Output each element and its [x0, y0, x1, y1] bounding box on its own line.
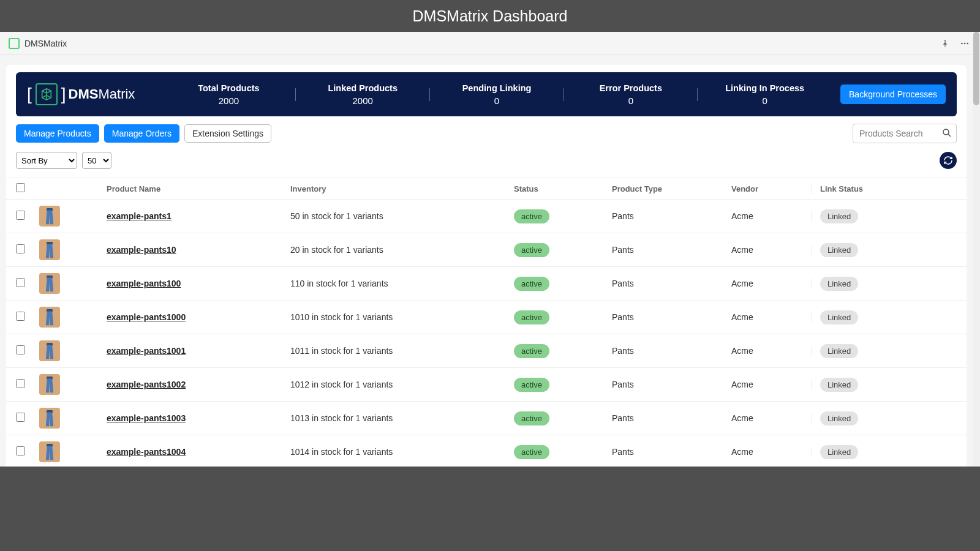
product-thumb [39, 441, 60, 462]
stat-value: 2000 [162, 96, 296, 106]
status-badge: active [514, 209, 549, 223]
title-bar: DMSMatrix Dashboard [0, 0, 980, 32]
stat-label: Linked Products [296, 83, 430, 93]
link-status-badge: Linked [820, 445, 858, 459]
row-checkbox[interactable] [16, 278, 25, 287]
product-thumb [39, 408, 60, 429]
row-checkbox[interactable] [16, 312, 25, 321]
table-row: example-pants10041014 in stock for 1 var… [6, 435, 967, 467]
status-badge: active [514, 243, 549, 257]
stats-banner: [ ] DMSMatrix Total Products2000Linked P… [16, 72, 957, 116]
col-product-name: Product Name [107, 184, 160, 193]
status-badge: active [514, 378, 549, 392]
pin-icon[interactable] [938, 37, 952, 50]
vendor-text: Acme [731, 211, 753, 221]
stat-label: Pending Linking [430, 83, 564, 93]
sort-by-select[interactable]: Sort By [16, 152, 77, 169]
inventory-text: 1011 in stock for 1 variants [290, 346, 393, 356]
product-name-link[interactable]: example-pants1002 [107, 380, 186, 389]
svg-point-3 [943, 129, 949, 135]
product-name-link[interactable]: example-pants1003 [107, 413, 186, 423]
product-type-text: Pants [612, 346, 634, 356]
inventory-text: 1010 in stock for 1 variants [290, 312, 393, 322]
scrollbar-thumb[interactable] [973, 32, 979, 105]
app-top-strip: DMSMatrix [0, 32, 980, 55]
vendor-text: Acme [731, 413, 753, 423]
table-row: example-pants100110 in stock for 1 varia… [6, 267, 967, 301]
inventory-text: 110 in stock for 1 variants [290, 279, 388, 288]
vendor-text: Acme [731, 279, 753, 288]
table-row: example-pants10031013 in stock for 1 var… [6, 402, 967, 435]
svg-point-2 [967, 42, 968, 44]
table-row: example-pants10021012 in stock for 1 var… [6, 368, 967, 402]
product-name-link[interactable]: example-pants1001 [107, 346, 186, 356]
product-thumb [39, 273, 60, 294]
link-status-badge: Linked [820, 310, 858, 324]
link-status-badge: Linked [820, 243, 858, 257]
inventory-text: 1012 in stock for 1 variants [290, 380, 393, 389]
stat-value: 2000 [296, 96, 430, 106]
manage-products-button[interactable]: Manage Products [16, 124, 99, 143]
col-link-status: Link Status [820, 184, 863, 193]
svg-point-1 [964, 42, 966, 44]
link-status-badge: Linked [820, 209, 858, 223]
brand-prefix: DMS [69, 86, 99, 102]
brand-cube-icon [36, 83, 58, 105]
product-name-link[interactable]: example-pants1000 [107, 312, 186, 322]
page-size-select[interactable]: 50 [82, 152, 111, 169]
search-icon[interactable] [941, 127, 952, 141]
row-checkbox[interactable] [16, 446, 25, 455]
product-type-text: Pants [612, 312, 634, 322]
row-checkbox[interactable] [16, 345, 25, 354]
link-status-badge: Linked [820, 344, 858, 358]
extension-settings-button[interactable]: Extension Settings [184, 124, 271, 143]
refresh-button[interactable] [940, 152, 957, 169]
stat-4: Linking In Process0 [698, 83, 832, 106]
inventory-text: 20 in stock for 1 variants [290, 245, 383, 255]
sort-row: Sort By 50 [16, 152, 957, 169]
brand-suffix: Matrix [98, 86, 135, 102]
products-table: Product Name Inventory Status Product Ty… [6, 178, 967, 467]
stat-label: Linking In Process [698, 83, 832, 93]
select-all-checkbox[interactable] [16, 183, 25, 192]
product-name-link[interactable]: example-pants1 [107, 211, 172, 221]
product-thumb [39, 239, 60, 260]
status-badge: active [514, 411, 549, 425]
col-inventory: Inventory [290, 184, 326, 193]
row-checkbox[interactable] [16, 244, 25, 253]
background-processes-button[interactable]: Background Processes [840, 84, 946, 104]
vendor-text: Acme [731, 447, 753, 457]
app-name: DMSMatrix [24, 39, 67, 48]
stat-label: Total Products [162, 83, 296, 93]
product-thumb [39, 340, 60, 361]
product-name-link[interactable]: example-pants10 [107, 245, 176, 255]
outer-frame-bottom [0, 467, 980, 551]
status-badge: active [514, 445, 549, 459]
bracket-open: [ [27, 84, 32, 104]
vendor-text: Acme [731, 312, 753, 322]
table-row: example-pants1020 in stock for 1 variant… [6, 233, 967, 267]
product-name-link[interactable]: example-pants1004 [107, 447, 186, 457]
manage-orders-button[interactable]: Manage Orders [104, 124, 179, 143]
status-badge: active [514, 344, 549, 358]
product-type-text: Pants [612, 447, 634, 457]
stat-2: Pending Linking0 [430, 83, 564, 106]
status-badge: active [514, 310, 549, 324]
inventory-text: 1013 in stock for 1 variants [290, 413, 393, 423]
svg-line-4 [948, 134, 951, 137]
col-vendor: Vendor [731, 184, 758, 193]
col-status: Status [514, 184, 538, 193]
row-checkbox[interactable] [16, 211, 25, 220]
stat-value: 0 [698, 96, 832, 106]
vertical-scrollbar[interactable] [973, 32, 980, 467]
table-row: example-pants10001010 in stock for 1 var… [6, 301, 967, 334]
vendor-text: Acme [731, 380, 753, 389]
dashboard-card: [ ] DMSMatrix Total Products2000Linked P… [6, 65, 967, 467]
product-name-link[interactable]: example-pants100 [107, 279, 181, 288]
row-checkbox[interactable] [16, 413, 25, 422]
more-icon[interactable] [958, 37, 971, 50]
stat-1: Linked Products2000 [296, 83, 430, 106]
status-badge: active [514, 277, 549, 291]
row-checkbox[interactable] [16, 379, 25, 388]
product-type-text: Pants [612, 211, 634, 221]
